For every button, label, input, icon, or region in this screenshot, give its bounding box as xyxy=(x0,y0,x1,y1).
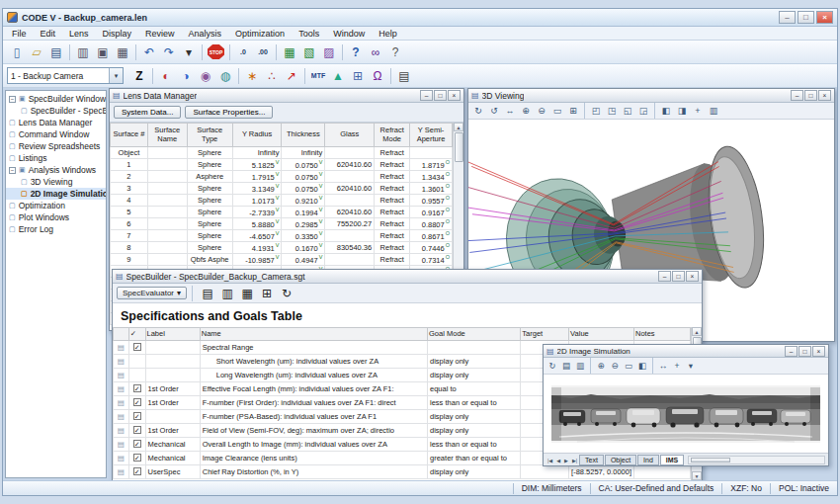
cell-name[interactable]: Spectral Range xyxy=(200,341,427,355)
cell-surface-name[interactable] xyxy=(147,159,187,171)
view-top-icon[interactable]: ◱ xyxy=(620,104,635,118)
cell-glass[interactable]: 620410.60 xyxy=(325,207,375,218)
worksheet-icon[interactable]: ▦ xyxy=(280,43,299,61)
cell-glass[interactable] xyxy=(325,195,375,207)
tab-scroll-button[interactable]: ◀ xyxy=(554,458,562,463)
cell-glass[interactable]: 755200.27 xyxy=(325,218,375,230)
sidebar-item-lens-data-manager[interactable]: ▢Lens Data Manager xyxy=(6,117,106,128)
sim-zoom-window-icon[interactable]: ▭ xyxy=(622,360,635,373)
cell-thickness[interactable]: Infinity xyxy=(282,147,325,159)
cell-y-semi-aperture[interactable]: 0.9557O xyxy=(410,195,453,207)
cell-refract-mode[interactable]: Refract xyxy=(375,183,410,195)
column-header-label[interactable]: Label xyxy=(145,328,200,341)
checkbox-checked[interactable]: ✓ xyxy=(133,384,141,392)
cell-y-semi-aperture[interactable]: 1.3601O xyxy=(410,183,453,195)
cell-label[interactable] xyxy=(145,355,200,369)
sim-shaded-icon[interactable]: ◧ xyxy=(635,360,649,373)
minimize-button[interactable]: – xyxy=(791,90,803,101)
cell-goal-mode[interactable]: display only xyxy=(428,465,521,479)
column-header-y-semi-aperture[interactable]: Y Semi-Aperture xyxy=(410,124,453,147)
new-file-icon[interactable]: ▯ xyxy=(7,43,27,61)
cell-label[interactable]: 1st Order xyxy=(145,424,200,438)
sim-list-icon[interactable]: ▤ xyxy=(559,360,573,373)
spot-diagram-icon[interactable]: ∴ xyxy=(262,67,282,85)
cell-surface[interactable]: 7 xyxy=(111,230,148,242)
cell-y-radius[interactable]: 1.7915V xyxy=(232,171,282,183)
cell-label[interactable] xyxy=(145,410,200,424)
shaded-mode-icon[interactable]: ◧ xyxy=(658,104,674,118)
annotate-icon[interactable]: + xyxy=(690,104,706,118)
cell-name[interactable]: F-number (First Order): individual value… xyxy=(200,396,427,410)
redo-icon[interactable]: ↷ xyxy=(159,43,179,61)
view-front-icon[interactable]: ◰ xyxy=(588,104,604,118)
cell-label[interactable]: 1st Order xyxy=(145,396,200,410)
cell-label[interactable] xyxy=(145,341,200,355)
checkbox-cell[interactable]: ✓ xyxy=(128,438,145,452)
cell-label[interactable]: UserSpec xyxy=(145,465,200,479)
close-button[interactable]: × xyxy=(816,11,833,24)
spec-list-icon[interactable]: ▤ xyxy=(198,285,217,302)
cell-surface-type[interactable]: Sphere xyxy=(187,207,232,218)
psf-icon[interactable]: ▲ xyxy=(328,67,348,85)
cell-refract-mode[interactable]: Refract xyxy=(375,159,410,171)
cell-y-semi-aperture[interactable]: 0.9167O xyxy=(410,207,453,218)
cell-y-radius[interactable]: 5.1825V xyxy=(232,159,282,171)
close-button[interactable]: × xyxy=(686,271,699,282)
undo-icon[interactable]: ↶ xyxy=(139,43,159,61)
ray-trace-icon[interactable]: ↗ xyxy=(282,67,301,85)
cell-goal-mode[interactable]: display only xyxy=(428,410,521,424)
minimize-button[interactable]: – xyxy=(785,346,798,357)
checkbox-checked[interactable]: ✓ xyxy=(133,412,141,420)
checkbox-checked[interactable]: ✓ xyxy=(133,426,141,434)
cell-surface-type[interactable]: Sphere xyxy=(187,218,232,230)
cell-surface-type[interactable]: Asphere xyxy=(187,171,232,183)
pan-icon[interactable]: ↔ xyxy=(502,104,518,118)
sidebar-item-2d-image-simulation[interactable]: ▢2D Image Simulation xyxy=(6,188,106,200)
maximize-button[interactable]: □ xyxy=(672,271,685,282)
context-help-icon[interactable]: ? xyxy=(385,43,405,61)
cell-glass[interactable]: 830540.36 xyxy=(325,242,375,254)
menu-tools[interactable]: Tools xyxy=(292,29,326,39)
checkbox-cell[interactable] xyxy=(128,369,145,382)
cell-thickness[interactable]: 0.3350V xyxy=(282,230,325,242)
cell-name[interactable]: Overall Length to Image (mm): individual… xyxy=(200,438,427,452)
tab-scroll-button[interactable]: ▶ xyxy=(562,458,570,463)
cell-surface[interactable]: Object xyxy=(111,147,148,159)
macro-icon[interactable]: ▨ xyxy=(319,43,339,61)
cell-y-radius[interactable]: -2.7339V xyxy=(232,207,282,218)
glasses-3d-icon[interactable]: ∞ xyxy=(366,43,385,61)
window-list-icon[interactable]: ▤ xyxy=(394,67,414,85)
cell-surface-name[interactable] xyxy=(147,254,187,266)
column-header-surface-type[interactable]: Surface Type xyxy=(187,124,232,147)
checkbox-cell[interactable]: ✓ xyxy=(128,396,145,410)
cell-surface-name[interactable] xyxy=(147,230,187,242)
combo-dropdown-icon[interactable]: ▾ xyxy=(109,68,123,83)
sidebar-item-optimization[interactable]: ▢Optimization xyxy=(6,200,106,211)
open-file-icon[interactable]: ▱ xyxy=(27,43,46,61)
cell-thickness[interactable]: 0.2985V xyxy=(282,218,325,230)
checkbox-checked[interactable]: ✓ xyxy=(133,343,141,351)
cell-y-radius[interactable]: 4.1931V xyxy=(232,242,282,254)
tab-ims[interactable]: IMS xyxy=(660,455,684,465)
menu-edit[interactable]: Edit xyxy=(34,29,63,39)
column-header-target[interactable]: Target xyxy=(521,328,569,341)
paste-icon[interactable]: ▦ xyxy=(113,43,132,61)
maximize-button[interactable]: □ xyxy=(798,11,814,24)
cell-goal-mode[interactable]: greater than or equal to xyxy=(428,452,521,465)
sidebar-item-error-log[interactable]: ▢Error Log xyxy=(6,223,106,235)
cell-glass[interactable] xyxy=(325,230,375,242)
cell-name[interactable]: Effective Focal Length (mm): individual … xyxy=(200,382,427,396)
surface-properties-button[interactable]: Surface Properties... xyxy=(185,106,273,119)
cell-y-semi-aperture[interactable]: 1.3434O xyxy=(410,171,453,183)
cell-goal-mode[interactable]: less than or equal to xyxy=(428,438,521,452)
menu-display[interactable]: Display xyxy=(96,29,139,39)
cell-refract-mode[interactable]: Refract xyxy=(375,207,410,218)
cell-refract-mode[interactable]: Refract xyxy=(375,147,410,159)
fit-view-icon[interactable]: ⊞ xyxy=(565,104,581,118)
checkbox-cell[interactable]: ✓ xyxy=(128,452,145,465)
cell-glass[interactable]: 620410.60 xyxy=(325,159,375,171)
row-grip-icon[interactable]: ▤ xyxy=(114,382,129,396)
new-worksheet-icon[interactable]: ▧ xyxy=(299,43,319,61)
copy-icon[interactable]: ▣ xyxy=(93,43,113,61)
menu-optimization[interactable]: Optimization xyxy=(228,29,292,39)
